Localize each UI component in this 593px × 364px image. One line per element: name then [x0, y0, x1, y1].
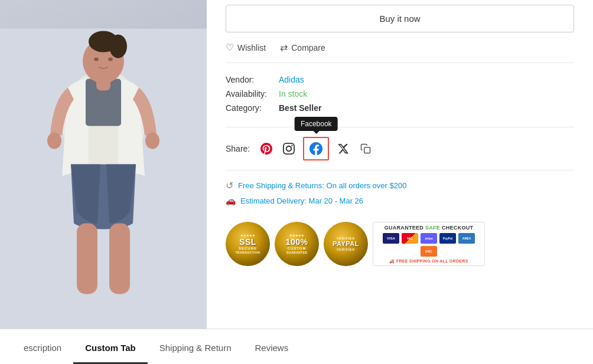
svg-rect-5 — [77, 224, 97, 294]
tab-custom[interactable]: Custom Tab — [73, 333, 148, 364]
product-details-panel: Buy it now ♡ Wishlist ⇄ Compare Vendor: … — [207, 0, 593, 364]
vendor-row: Vendor: Adidas — [226, 75, 574, 84]
compare-icon: ⇄ — [280, 42, 288, 53]
safe-title: GUARANTEED SAFE CHECKOUT — [385, 225, 474, 231]
paypal-payment-badge: PayPal — [439, 233, 456, 244]
vendor-value[interactable]: Adidas — [279, 75, 304, 84]
svg-point-11 — [94, 58, 99, 61]
tab-description[interactable]: escription — [12, 333, 73, 364]
copy-icon[interactable] — [357, 140, 374, 157]
visa-badge: VISA — [383, 233, 399, 244]
svg-point-4 — [145, 133, 159, 149]
share-label: Share: — [226, 144, 250, 153]
buy-now-button[interactable]: Buy it now — [226, 5, 574, 32]
tab-shipping[interactable]: Shipping & Return — [148, 333, 243, 364]
delivery-text: Estimated Delivery: Mar 20 - Mar 26 — [240, 196, 363, 205]
action-row: ♡ Wishlist ⇄ Compare — [226, 42, 574, 63]
svg-point-10 — [109, 35, 127, 58]
delivery-icon: 🚗 — [226, 196, 236, 205]
category-label: Category: — [226, 103, 279, 113]
payment-methods: VISA MC stripe PayPal AMEX DISC — [377, 233, 481, 257]
tab-reviews[interactable]: Reviews — [243, 333, 301, 364]
facebook-tooltip: Facebook — [295, 117, 338, 131]
discover-badge: DISC — [421, 246, 437, 257]
page-wrapper: Buy it now ♡ Wishlist ⇄ Compare Vendor: … — [0, 0, 593, 364]
compare-action[interactable]: ⇄ Compare — [280, 42, 325, 53]
share-section: Share: Facebook — [226, 137, 574, 170]
shipping-section: ↺ Free Shipping & Returns: On all orders… — [226, 180, 574, 210]
free-shipping-text: Free Shipping & Returns: On all orders o… — [238, 181, 406, 190]
amex-badge: AMEX — [458, 233, 475, 244]
instagram-icon[interactable] — [281, 140, 297, 157]
heart-icon: ♡ — [226, 42, 234, 53]
availability-label: Availability: — [226, 89, 279, 99]
product-image-panel — [0, 0, 207, 364]
model-image — [0, 0, 207, 364]
availability-row: Availability: In stock — [226, 89, 574, 99]
svg-point-3 — [47, 133, 61, 149]
wishlist-label: Wishlist — [237, 43, 266, 53]
mastercard-badge: MC — [402, 233, 418, 244]
facebook-highlight-box: Facebook — [303, 137, 329, 160]
ssl-badge: ★★★★★ SSL SECURE TRANSACTION — [226, 222, 270, 266]
guarantee-badge: ★★★★★ 100% CUSTOM GUARANTEE — [275, 222, 319, 266]
product-model-svg — [0, 0, 207, 364]
free-shipping-badge: 🚚 FREE SHIPPING ON ALL ORDERS — [389, 259, 468, 264]
tabs-bar: escription Custom Tab Shipping & Return … — [0, 329, 593, 364]
free-shipping-row: ↺ Free Shipping & Returns: On all orders… — [226, 180, 574, 191]
pinterest-icon[interactable] — [258, 140, 275, 157]
delivery-row: 🚗 Estimated Delivery: Mar 20 - Mar 26 — [226, 196, 574, 205]
svg-rect-6 — [109, 224, 130, 294]
wishlist-action[interactable]: ♡ Wishlist — [226, 42, 266, 53]
svg-point-12 — [108, 58, 113, 61]
free-shipping-icon: ↺ — [226, 180, 233, 191]
category-value: Best Seller — [279, 103, 321, 113]
trust-badges: ★★★★★ SSL SECURE TRANSACTION ★★★★★ 100% … — [226, 222, 574, 266]
meta-section: Vendor: Adidas Availability: In stock Ca… — [226, 75, 574, 127]
paypal-badge: VERIFIED PayPal VERIFIED — [324, 222, 368, 266]
compare-label: Compare — [291, 43, 325, 53]
vendor-label: Vendor: — [226, 75, 279, 84]
svg-rect-13 — [364, 147, 370, 153]
stripe-badge: stripe — [421, 233, 437, 244]
facebook-icon[interactable] — [308, 140, 324, 157]
twitter-icon[interactable] — [335, 140, 351, 157]
social-icons: Facebook — [258, 137, 374, 160]
category-row: Category: Best Seller — [226, 103, 574, 113]
safe-checkout-badge: GUARANTEED SAFE CHECKOUT VISA MC stripe … — [373, 222, 485, 266]
availability-value: In stock — [279, 89, 307, 99]
